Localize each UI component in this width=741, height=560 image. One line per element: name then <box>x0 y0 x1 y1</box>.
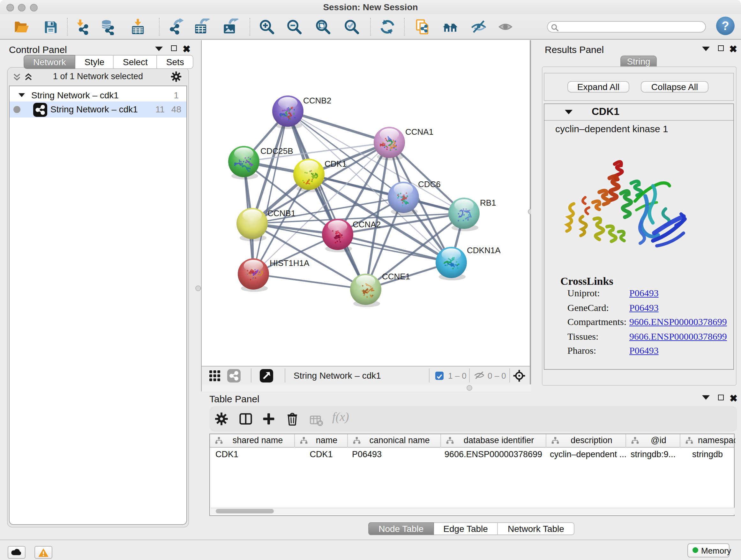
tab-sets[interactable]: Sets <box>157 55 194 69</box>
graph-node-CDC25B[interactable] <box>228 146 259 179</box>
open-in-new-window-icon[interactable] <box>260 369 273 382</box>
graph-node-CDKN1A[interactable] <box>435 247 467 280</box>
toolbar-button-export-network[interactable] <box>168 18 185 35</box>
network-edge-count: 48 <box>172 104 181 114</box>
table-cell[interactable]: stringdb:9... <box>626 447 680 461</box>
control-panel-close-icon[interactable]: ✖ <box>183 45 191 53</box>
table-row[interactable]: CDK1CDK1P064939606.ENSP00000378699cyclin… <box>210 447 734 461</box>
network-row[interactable]: String Network – cdk1 11 48 <box>10 102 186 118</box>
table-settings-gear-icon[interactable] <box>214 412 228 426</box>
toolbar-button-save-session[interactable] <box>42 18 58 35</box>
collection-expand-icon[interactable] <box>18 93 25 97</box>
memory-button[interactable]: Memory <box>687 543 729 557</box>
column-header-label: description <box>570 435 612 445</box>
column-header-id[interactable]: @id <box>626 434 680 447</box>
graph-node-CCNE1[interactable] <box>350 273 381 307</box>
search-input[interactable] <box>547 21 706 33</box>
table-cell[interactable]: P06493 <box>347 447 441 461</box>
tab-node-table[interactable]: Node Table <box>368 522 434 535</box>
expand-all-button[interactable]: Expand All <box>567 81 629 92</box>
column-header-canonicalname[interactable]: canonical name <box>347 434 441 447</box>
network-canvas[interactable]: CCNB2CCNA1CDC25BCDK1CDC6RB1CCNB1CCNA2CDK… <box>202 40 530 384</box>
toolbar-button-export-table[interactable] <box>193 18 210 35</box>
warnings-button[interactable] <box>35 546 52 559</box>
hscrollbar-thumb[interactable] <box>215 509 273 513</box>
toolbar-button-import-network-from-database[interactable] <box>100 18 117 35</box>
graph-node-CDC6[interactable] <box>388 182 419 215</box>
column-header-description[interactable]: description <box>546 434 626 447</box>
delete-column-trash-icon[interactable] <box>285 412 299 426</box>
graph-node-label-CDC25B: CDC25B <box>260 146 293 156</box>
graph-node-CCNB1[interactable] <box>237 208 268 241</box>
share-network-icon[interactable] <box>227 369 241 382</box>
help-button[interactable]: ? <box>716 17 735 35</box>
toolbar-button-export-image[interactable] <box>222 18 239 35</box>
toolbar-button-hide-selected[interactable] <box>470 18 487 35</box>
toolbar-button-zoom-fit[interactable] <box>315 18 331 35</box>
graph-node-CCNA1[interactable] <box>374 127 405 160</box>
toolbar-button-zoom-selected[interactable] <box>343 18 360 35</box>
toolbar-button-show-all[interactable] <box>497 18 514 35</box>
function-builder-icon[interactable]: f(x) <box>332 410 349 424</box>
graph-node-HIST1H1A[interactable] <box>238 258 269 292</box>
crosshair-icon[interactable] <box>513 369 526 382</box>
splitter-grip[interactable] <box>467 385 472 390</box>
birds-eye-grid-icon[interactable] <box>209 370 221 382</box>
toolbar-button-open-session[interactable] <box>12 18 29 35</box>
results-entry-header[interactable]: CDK1 <box>544 104 733 121</box>
delete-table-icon[interactable] <box>309 414 321 424</box>
cloud-status-button[interactable] <box>7 546 25 559</box>
toolbar-button-import-network[interactable] <box>75 18 91 35</box>
table-cell[interactable]: 9606.ENSP00000378699 <box>441 447 546 461</box>
table-cell[interactable]: CDK1 <box>295 447 347 461</box>
table-cell[interactable]: stringdb <box>680 447 735 461</box>
tab-style[interactable]: Style <box>76 55 114 69</box>
results-panel-menu-icon[interactable] <box>702 47 710 51</box>
tab-network-table[interactable]: Network Table <box>498 522 575 535</box>
tab-edge-table[interactable]: Edge Table <box>434 522 498 535</box>
toolbar-button-first-neighbors[interactable] <box>442 18 459 35</box>
network-options-gear-icon[interactable] <box>171 71 182 82</box>
split-panes-icon[interactable] <box>239 412 253 426</box>
table-cell[interactable]: CDK1 <box>210 447 295 461</box>
entry-collapse-icon[interactable] <box>565 110 572 114</box>
column-header-sharedname[interactable]: shared name <box>210 434 295 447</box>
graph-node-RB1[interactable] <box>448 198 480 231</box>
crosslink-link[interactable]: P06493 <box>629 302 659 313</box>
tab-string[interactable]: String <box>620 56 657 66</box>
toolbar-button-import-table[interactable] <box>129 18 146 35</box>
splitter-grip[interactable] <box>195 286 201 291</box>
column-header-databaseidentifier[interactable]: database identifier <box>441 434 546 447</box>
results-panel-float-icon[interactable] <box>718 45 724 51</box>
table-panel-menu-icon[interactable] <box>702 395 710 400</box>
column-header-namespace[interactable]: namespace <box>680 434 735 447</box>
crosslink-link[interactable]: 9606.ENSP00000378699 <box>629 317 727 327</box>
graph-node-CDK1[interactable] <box>293 159 325 192</box>
table-panel-close-icon[interactable]: ✖ <box>730 394 738 402</box>
network-collection-row[interactable]: String Network – cdk1 1 <box>10 89 186 102</box>
add-column-plus-icon[interactable] <box>261 412 275 426</box>
toolbar-button-apply-layout[interactable] <box>379 18 395 35</box>
table-cell[interactable]: cyclin–dependent ... <box>546 447 626 461</box>
collapse-all-button[interactable]: Collapse All <box>641 81 709 92</box>
crosslink-link[interactable]: P06493 <box>629 288 659 299</box>
toolbar-button-zoom-out[interactable] <box>286 18 302 35</box>
apply-layout-icon <box>379 18 395 35</box>
table-hscrollbar[interactable] <box>210 507 734 514</box>
graph-node-CCNA2[interactable] <box>322 219 353 252</box>
table-panel-float-icon[interactable] <box>718 394 724 400</box>
crosslink-label: Pharos: <box>567 346 596 356</box>
network-tab-content: 1 of 1 Network selected <box>7 67 189 527</box>
selected-checkbox-icon[interactable] <box>435 371 444 380</box>
toolbar-button-zoom-in[interactable] <box>259 18 275 35</box>
toolbar-button-copy-network[interactable] <box>414 18 430 35</box>
results-panel-close-icon[interactable]: ✖ <box>729 45 737 53</box>
tab-network[interactable]: Network <box>23 55 76 69</box>
tab-select[interactable]: Select <box>114 55 157 69</box>
column-header-name[interactable]: name <box>295 434 347 447</box>
control-panel-float-icon[interactable] <box>171 45 177 51</box>
crosslink-link[interactable]: P06493 <box>629 346 659 356</box>
crosslink-link[interactable]: 9606.ENSP00000378699 <box>629 331 727 342</box>
control-panel-menu-icon[interactable] <box>155 47 163 51</box>
graph-node-CCNB2[interactable] <box>272 96 304 129</box>
